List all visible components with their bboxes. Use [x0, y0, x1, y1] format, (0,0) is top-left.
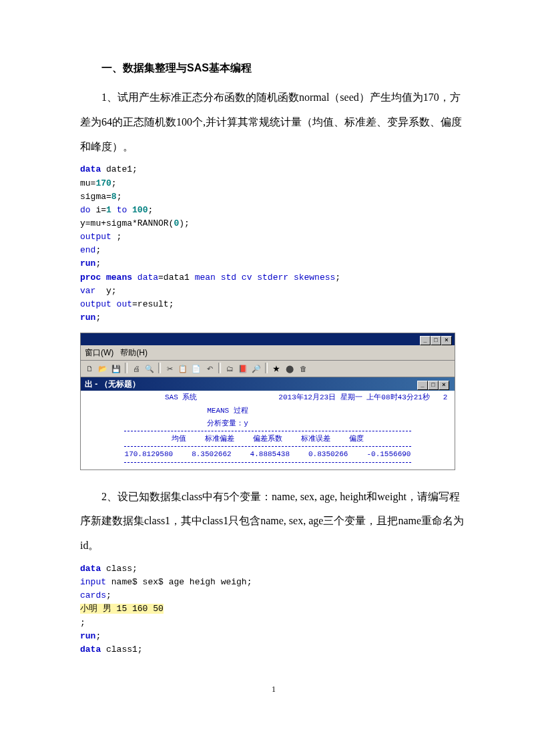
- menu-window[interactable]: 窗口(W): [85, 348, 113, 357]
- separator-icon: [125, 363, 127, 373]
- val-mean: 170.8129580: [115, 448, 183, 461]
- open-icon[interactable]: 📂: [97, 363, 109, 375]
- inner-maximize-icon[interactable]: □: [428, 381, 439, 390]
- kw-data: data: [80, 164, 101, 174]
- paragraph-1: 1、试用产生标准正态分布函数的随机函数normal（seed）产生均值为170，…: [80, 85, 467, 159]
- inner-minimize-icon[interactable]: _: [417, 381, 428, 390]
- val-cv: 4.8885438: [241, 448, 299, 461]
- titlebar: _□×: [81, 333, 455, 345]
- library-icon[interactable]: 📕: [237, 363, 249, 375]
- stop-icon[interactable]: ⬤: [284, 363, 296, 375]
- new-icon[interactable]: 🗋: [83, 363, 95, 375]
- explorer-icon[interactable]: 🗂: [224, 363, 236, 375]
- means-table: 均值 标准偏差 偏差系数 标准误差 偏度: [162, 433, 373, 445]
- clear-icon[interactable]: 🗑: [297, 363, 309, 375]
- code-block-2: data class; input name$ sex$ age heigh w…: [80, 562, 467, 656]
- page: 一、数据集整理与SAS基本编程 1、试用产生标准正态分布函数的随机函数norma…: [0, 0, 534, 715]
- val-se: 0.8350266: [299, 448, 357, 461]
- separator-icon: [265, 363, 268, 373]
- hdr-skew: 偏度: [340, 433, 373, 445]
- means-values: 170.8129580 8.3502662 4.8885438 0.835026…: [115, 448, 421, 461]
- undo-icon[interactable]: ↶: [204, 363, 216, 375]
- window-controls[interactable]: _□×: [420, 334, 452, 345]
- page-number: 1: [80, 683, 467, 695]
- hdr-mean: 均值: [162, 433, 196, 445]
- sas-output-window: _□× 窗口(W) 帮助(H) 🗋 📂 💾 🖨 🔍 ✂ 📋 📄 ↶ 🗂 📕 🔎 …: [80, 333, 455, 470]
- paragraph-2: 2、设已知数据集class中有5个变量：name, sex, age, heig…: [80, 485, 467, 558]
- divider: [124, 462, 411, 463]
- hdr-se: 标准误差: [292, 433, 340, 445]
- highlighted-data-line: 小明 男 15 160 50: [80, 604, 164, 614]
- divider: [124, 446, 411, 447]
- run-icon[interactable]: ★: [270, 363, 282, 375]
- find-icon[interactable]: 🔎: [250, 363, 262, 375]
- output-anal-label: 分析变量：y: [83, 418, 452, 429]
- output-subtitle: 出 - （无标题） _□×: [81, 377, 455, 391]
- divider: [124, 431, 411, 431]
- val-std: 8.3502662: [182, 448, 240, 461]
- output-timestamp: 2013年12月23日 星期一 上午08时43分21秒 2: [278, 392, 452, 403]
- table-row: 170.8129580 8.3502662 4.8885438 0.835026…: [115, 448, 421, 461]
- toolbar[interactable]: 🗋 📂 💾 🖨 🔍 ✂ 📋 📄 ↶ 🗂 📕 🔎 ★ ⬤ 🗑: [81, 361, 455, 377]
- copy-icon[interactable]: 📋: [177, 363, 189, 375]
- save-icon[interactable]: 💾: [110, 363, 122, 375]
- output-proc-label: MEANS 过程: [83, 405, 452, 417]
- cut-icon[interactable]: ✂: [164, 363, 176, 375]
- sas-output: 2013年12月23日 星期一 上午08时43分21秒 2 SAS 系统 MEA…: [81, 391, 455, 469]
- hdr-std: 标准偏差: [196, 433, 244, 445]
- minimize-icon[interactable]: _: [420, 336, 431, 345]
- table-header-row: 均值 标准偏差 偏差系数 标准误差 偏度: [162, 433, 373, 445]
- menu-help[interactable]: 帮助(H): [120, 348, 148, 357]
- print-icon[interactable]: 🖨: [130, 363, 142, 375]
- paste-icon[interactable]: 📄: [190, 363, 202, 375]
- val-skew: -0.1556690: [357, 448, 420, 461]
- inner-close-icon[interactable]: ×: [439, 381, 449, 390]
- separator-icon: [218, 363, 221, 373]
- menubar[interactable]: 窗口(W) 帮助(H): [81, 345, 455, 361]
- preview-icon[interactable]: 🔍: [144, 363, 156, 375]
- inner-window-controls[interactable]: _□×: [417, 378, 449, 390]
- close-icon[interactable]: ×: [441, 336, 452, 345]
- separator-icon: [158, 363, 161, 373]
- maximize-icon[interactable]: □: [431, 336, 441, 345]
- section-heading: 一、数据集整理与SAS基本编程: [80, 60, 467, 76]
- code-block-1: data date1; mu=170; sigma=8; do i=1 to 1…: [80, 163, 467, 325]
- hdr-cv: 偏差系数: [244, 433, 292, 445]
